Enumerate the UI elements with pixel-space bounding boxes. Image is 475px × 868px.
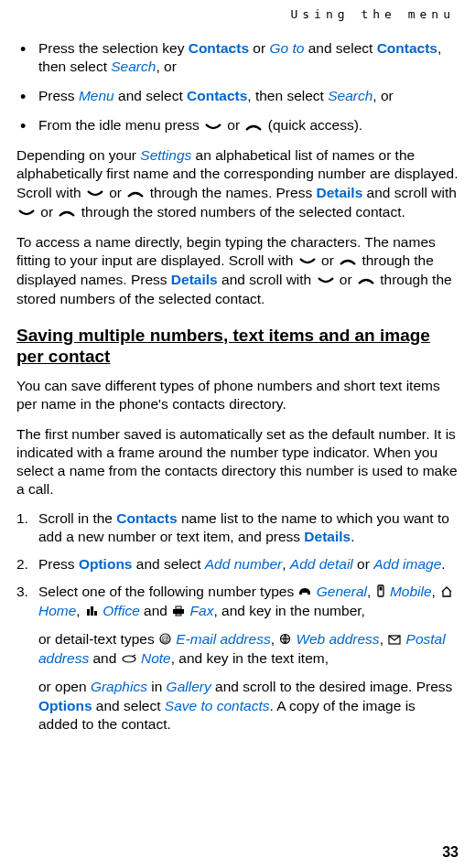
svg-rect-5	[173, 609, 184, 614]
text: (quick access).	[264, 117, 362, 133]
svg-text:@: @	[161, 635, 169, 644]
globe-icon	[279, 631, 291, 649]
step-number: 1.	[16, 509, 28, 528]
text: ,	[380, 631, 388, 647]
text: , or	[156, 59, 176, 74]
step-3: 3. Select one of the following number ty…	[16, 583, 459, 621]
para-settings: Depending on your Settings an alphabetic…	[16, 146, 459, 221]
svg-rect-6	[176, 606, 181, 609]
phone-icon	[298, 584, 311, 602]
scroll-down-icon	[317, 271, 335, 289]
para-intro: You can save different types of phone nu…	[16, 377, 459, 413]
options-key: Options	[79, 556, 133, 572]
contacts-key: Contacts	[189, 40, 249, 56]
text: ,	[271, 631, 279, 647]
text: or	[223, 117, 243, 133]
details-key: Details	[171, 272, 218, 287]
text: Depending on your	[16, 147, 140, 163]
add-number: Add number	[205, 556, 282, 572]
step-number: 2.	[16, 555, 28, 573]
scroll-up-icon	[244, 117, 263, 135]
step-2: 2. Press Options and select Add number, …	[16, 555, 459, 573]
type-email: E-mail address	[176, 631, 270, 647]
text: in	[147, 679, 167, 694]
type-general: General	[317, 584, 367, 599]
svg-rect-7	[176, 614, 181, 616]
bullet-3: From the idle menu press or (quick acces…	[16, 116, 459, 135]
text: or	[336, 272, 356, 287]
text: and scroll with	[362, 185, 457, 200]
type-fax: Fax	[190, 603, 214, 618]
text: Press	[38, 556, 79, 572]
text: or open	[38, 679, 91, 694]
svg-point-12	[123, 656, 135, 662]
running-header: Using the menu	[16, 7, 459, 23]
details-key: Details	[304, 529, 351, 544]
home-icon	[440, 584, 453, 602]
type-home: Home	[38, 603, 76, 618]
scroll-up-icon	[339, 252, 357, 270]
text: ,	[282, 556, 290, 572]
text: , and key in the number,	[213, 603, 364, 618]
fax-icon	[172, 603, 185, 621]
options-key: Options	[38, 698, 92, 713]
scroll-down-icon	[17, 203, 36, 221]
section-heading: Saving multiple numbers, text items and …	[16, 325, 459, 369]
text: and	[89, 650, 120, 666]
scroll-down-icon	[298, 252, 317, 270]
type-note: Note	[141, 650, 171, 666]
text: or detail-text types	[38, 631, 158, 647]
text: or	[105, 185, 125, 200]
step-3b: or detail-text types @ E-mail address, W…	[16, 630, 459, 669]
text: .	[441, 556, 445, 572]
text: or	[318, 252, 338, 268]
text: or	[353, 556, 373, 572]
text: or	[249, 40, 269, 56]
text: ,	[367, 584, 375, 599]
contacts-menu: Contacts	[187, 88, 247, 103]
text: Press	[38, 88, 79, 103]
text: From the idle menu press	[38, 117, 203, 133]
bullet-1: Press the selection key Contacts or Go t…	[16, 39, 459, 76]
text: and scroll with	[218, 272, 316, 287]
page-number: 33	[442, 843, 459, 863]
bullet-2: Press Menu and select Contacts, then sel…	[16, 87, 459, 105]
text: through the names. Press	[146, 185, 316, 200]
text: .	[351, 529, 354, 544]
text: Press the selection key	[38, 40, 189, 56]
text: and scroll to the desired image. Press	[211, 679, 453, 694]
text: , then select	[247, 88, 328, 103]
access-methods-list: Press the selection key Contacts or Go t…	[16, 39, 459, 135]
step-number: 3.	[16, 583, 28, 601]
step-3c: or open Graphics in Gallery and scroll t…	[16, 678, 459, 733]
save-to-contacts: Save to contacts	[165, 698, 270, 713]
at-icon: @	[159, 631, 171, 649]
settings-link: Settings	[140, 147, 191, 163]
goto-key: Go to	[269, 40, 304, 56]
text: and	[140, 603, 171, 618]
svg-rect-4	[94, 611, 97, 616]
search-menu: Search	[328, 88, 372, 103]
type-web: Web address	[297, 631, 380, 647]
text: Select one of the following number types	[38, 584, 297, 599]
text: or	[37, 204, 57, 220]
text: through the stored numbers of the select…	[77, 204, 405, 220]
scroll-down-icon	[86, 184, 104, 202]
para-default-number: The first number saved is automatically …	[16, 425, 459, 499]
text: and select	[114, 88, 187, 103]
scroll-up-icon	[357, 271, 375, 289]
menu-key: Menu	[79, 88, 114, 103]
steps-list: 1. Scroll in the Contacts name list to t…	[16, 509, 459, 734]
add-detail: Add detail	[290, 556, 353, 572]
svg-rect-2	[87, 609, 90, 616]
add-image: Add image	[373, 556, 441, 572]
svg-rect-1	[379, 587, 382, 591]
text: and select	[92, 698, 165, 713]
text: ,	[76, 603, 84, 618]
search-menu: Search	[111, 59, 156, 74]
text: ,	[432, 584, 440, 599]
mobile-icon	[376, 584, 385, 602]
step-1: 1. Scroll in the Contacts name list to t…	[16, 509, 459, 546]
type-office: Office	[103, 603, 139, 618]
contacts-menu: Contacts	[377, 40, 437, 56]
